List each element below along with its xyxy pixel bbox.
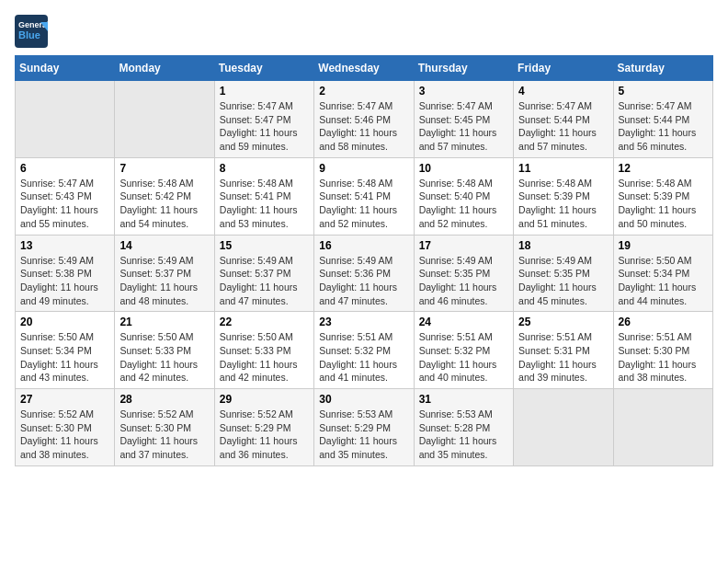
- calendar-cell: [613, 389, 712, 466]
- calendar-cell: 10Sunrise: 5:48 AM Sunset: 5:40 PM Dayli…: [414, 157, 513, 235]
- day-detail: Sunrise: 5:48 AM Sunset: 5:41 PM Dayligh…: [220, 177, 309, 231]
- day-detail: Sunrise: 5:48 AM Sunset: 5:40 PM Dayligh…: [419, 177, 508, 231]
- day-detail: Sunrise: 5:50 AM Sunset: 5:34 PM Dayligh…: [20, 330, 109, 385]
- day-detail: Sunrise: 5:50 AM Sunset: 5:33 PM Dayligh…: [220, 330, 309, 385]
- calendar-header: SundayMondayTuesdayWednesdayThursdayFrid…: [16, 56, 713, 81]
- day-number: 6: [20, 162, 109, 175]
- day-detail: Sunrise: 5:47 AM Sunset: 5:46 PM Dayligh…: [319, 99, 408, 154]
- calendar-week-5: 27Sunrise: 5:52 AM Sunset: 5:30 PM Dayli…: [16, 389, 713, 466]
- calendar-cell: 5Sunrise: 5:47 AM Sunset: 5:44 PM Daylig…: [613, 81, 712, 158]
- day-number: 24: [419, 316, 508, 328]
- day-number: 22: [220, 316, 309, 328]
- weekday-header-tuesday: Tuesday: [214, 56, 313, 81]
- calendar-cell: 19Sunrise: 5:50 AM Sunset: 5:34 PM Dayli…: [613, 235, 712, 312]
- day-detail: Sunrise: 5:47 AM Sunset: 5:44 PM Dayligh…: [619, 99, 708, 154]
- calendar-cell: 24Sunrise: 5:51 AM Sunset: 5:32 PM Dayli…: [414, 312, 513, 389]
- day-number: 9: [319, 162, 408, 175]
- weekday-header-row: SundayMondayTuesdayWednesdayThursdayFrid…: [16, 56, 713, 81]
- day-number: 11: [518, 162, 608, 175]
- day-detail: Sunrise: 5:47 AM Sunset: 5:45 PM Dayligh…: [419, 99, 508, 154]
- calendar-cell: 8Sunrise: 5:48 AM Sunset: 5:41 PM Daylig…: [214, 157, 313, 235]
- day-number: 13: [20, 239, 109, 252]
- day-detail: Sunrise: 5:53 AM Sunset: 5:28 PM Dayligh…: [419, 408, 508, 462]
- calendar-cell: [16, 81, 115, 158]
- calendar-cell: 25Sunrise: 5:51 AM Sunset: 5:31 PM Dayli…: [514, 312, 613, 389]
- day-number: 1: [220, 85, 309, 98]
- calendar-week-1: 1Sunrise: 5:47 AM Sunset: 5:47 PM Daylig…: [16, 81, 713, 158]
- calendar-week-4: 20Sunrise: 5:50 AM Sunset: 5:34 PM Dayli…: [16, 312, 713, 389]
- logo: General Blue: [15, 15, 48, 48]
- day-number: 25: [518, 316, 608, 328]
- svg-text:Blue: Blue: [18, 29, 40, 40]
- day-number: 10: [419, 162, 508, 175]
- day-number: 5: [619, 85, 708, 98]
- weekday-header-friday: Friday: [514, 56, 613, 81]
- day-number: 15: [220, 239, 309, 252]
- calendar-cell: 15Sunrise: 5:49 AM Sunset: 5:37 PM Dayli…: [214, 235, 313, 312]
- day-detail: Sunrise: 5:47 AM Sunset: 5:47 PM Dayligh…: [220, 99, 309, 154]
- day-detail: Sunrise: 5:49 AM Sunset: 5:36 PM Dayligh…: [319, 254, 408, 308]
- calendar-cell: 30Sunrise: 5:53 AM Sunset: 5:29 PM Dayli…: [314, 389, 414, 466]
- day-detail: Sunrise: 5:49 AM Sunset: 5:35 PM Dayligh…: [518, 254, 608, 308]
- day-number: 20: [20, 316, 109, 328]
- calendar-cell: 6Sunrise: 5:47 AM Sunset: 5:43 PM Daylig…: [16, 157, 115, 235]
- weekday-header-monday: Monday: [115, 56, 214, 81]
- day-detail: Sunrise: 5:50 AM Sunset: 5:33 PM Dayligh…: [119, 330, 209, 385]
- calendar-cell: 2Sunrise: 5:47 AM Sunset: 5:46 PM Daylig…: [314, 81, 414, 158]
- weekday-header-wednesday: Wednesday: [314, 56, 414, 81]
- calendar-cell: 1Sunrise: 5:47 AM Sunset: 5:47 PM Daylig…: [214, 81, 313, 158]
- day-detail: Sunrise: 5:48 AM Sunset: 5:42 PM Dayligh…: [119, 177, 209, 231]
- calendar-cell: 23Sunrise: 5:51 AM Sunset: 5:32 PM Dayli…: [314, 312, 414, 389]
- day-number: 3: [419, 85, 508, 98]
- calendar-cell: 9Sunrise: 5:48 AM Sunset: 5:41 PM Daylig…: [314, 157, 414, 235]
- day-number: 19: [619, 239, 708, 252]
- day-number: 12: [619, 162, 708, 175]
- calendar-cell: 31Sunrise: 5:53 AM Sunset: 5:28 PM Dayli…: [414, 389, 513, 466]
- day-number: 28: [119, 393, 209, 406]
- calendar-body: 1Sunrise: 5:47 AM Sunset: 5:47 PM Daylig…: [16, 81, 713, 466]
- calendar-week-3: 13Sunrise: 5:49 AM Sunset: 5:38 PM Dayli…: [16, 235, 713, 312]
- calendar-cell: 4Sunrise: 5:47 AM Sunset: 5:44 PM Daylig…: [514, 81, 613, 158]
- day-number: 29: [220, 393, 309, 406]
- day-detail: Sunrise: 5:51 AM Sunset: 5:32 PM Dayligh…: [419, 330, 508, 385]
- calendar-cell: 28Sunrise: 5:52 AM Sunset: 5:30 PM Dayli…: [115, 389, 214, 466]
- day-detail: Sunrise: 5:49 AM Sunset: 5:38 PM Dayligh…: [20, 254, 109, 308]
- day-detail: Sunrise: 5:48 AM Sunset: 5:39 PM Dayligh…: [619, 177, 708, 231]
- calendar-cell: 16Sunrise: 5:49 AM Sunset: 5:36 PM Dayli…: [314, 235, 414, 312]
- day-number: 18: [518, 239, 608, 252]
- calendar-cell: 3Sunrise: 5:47 AM Sunset: 5:45 PM Daylig…: [414, 81, 513, 158]
- day-number: 2: [319, 85, 408, 98]
- calendar-week-2: 6Sunrise: 5:47 AM Sunset: 5:43 PM Daylig…: [16, 157, 713, 235]
- day-number: 27: [20, 393, 109, 406]
- calendar-table: SundayMondayTuesdayWednesdayThursdayFrid…: [15, 55, 713, 466]
- day-detail: Sunrise: 5:47 AM Sunset: 5:43 PM Dayligh…: [20, 177, 109, 231]
- calendar-cell: 18Sunrise: 5:49 AM Sunset: 5:35 PM Dayli…: [514, 235, 613, 312]
- calendar-cell: 20Sunrise: 5:50 AM Sunset: 5:34 PM Dayli…: [16, 312, 115, 389]
- day-number: 26: [619, 316, 708, 328]
- calendar-cell: 7Sunrise: 5:48 AM Sunset: 5:42 PM Daylig…: [115, 157, 214, 235]
- day-number: 21: [119, 316, 209, 328]
- day-detail: Sunrise: 5:51 AM Sunset: 5:30 PM Dayligh…: [619, 330, 708, 385]
- calendar-cell: [514, 389, 613, 466]
- calendar-cell: 29Sunrise: 5:52 AM Sunset: 5:29 PM Dayli…: [214, 389, 313, 466]
- calendar-cell: 13Sunrise: 5:49 AM Sunset: 5:38 PM Dayli…: [16, 235, 115, 312]
- day-number: 31: [419, 393, 508, 406]
- weekday-header-sunday: Sunday: [16, 56, 115, 81]
- calendar-cell: 21Sunrise: 5:50 AM Sunset: 5:33 PM Dayli…: [115, 312, 214, 389]
- day-detail: Sunrise: 5:50 AM Sunset: 5:34 PM Dayligh…: [619, 254, 708, 308]
- calendar-cell: 17Sunrise: 5:49 AM Sunset: 5:35 PM Dayli…: [414, 235, 513, 312]
- day-detail: Sunrise: 5:52 AM Sunset: 5:30 PM Dayligh…: [119, 408, 209, 462]
- day-detail: Sunrise: 5:51 AM Sunset: 5:32 PM Dayligh…: [319, 330, 408, 385]
- day-detail: Sunrise: 5:49 AM Sunset: 5:37 PM Dayligh…: [220, 254, 309, 308]
- day-number: 23: [319, 316, 408, 328]
- calendar-cell: 11Sunrise: 5:48 AM Sunset: 5:39 PM Dayli…: [514, 157, 613, 235]
- weekday-header-saturday: Saturday: [613, 56, 712, 81]
- calendar-cell: 12Sunrise: 5:48 AM Sunset: 5:39 PM Dayli…: [613, 157, 712, 235]
- day-number: 8: [220, 162, 309, 175]
- day-number: 17: [419, 239, 508, 252]
- day-detail: Sunrise: 5:49 AM Sunset: 5:37 PM Dayligh…: [119, 254, 209, 308]
- logo-icon: General Blue: [15, 15, 48, 48]
- day-detail: Sunrise: 5:47 AM Sunset: 5:44 PM Dayligh…: [518, 99, 608, 154]
- day-number: 4: [518, 85, 608, 98]
- day-number: 7: [119, 162, 209, 175]
